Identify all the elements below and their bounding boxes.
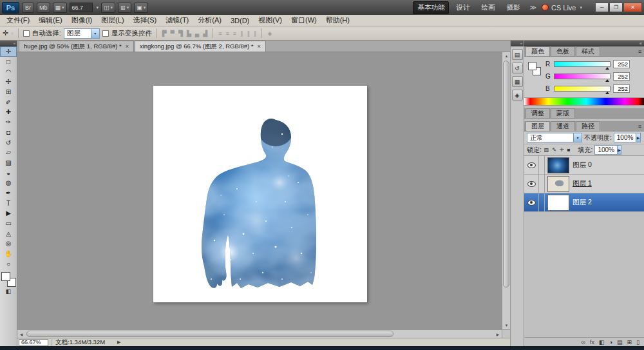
launch-bridge-button[interactable]: Br: [22, 3, 34, 13]
show-transform-checkbox[interactable]: [102, 30, 109, 37]
path-selection-tool-button[interactable]: ▶: [0, 208, 17, 219]
tab-adjustments[interactable]: 调整: [526, 108, 550, 118]
distribute-center-icon[interactable]: ∥: [246, 30, 251, 37]
align-top-edges-icon[interactable]: ▛: [162, 30, 167, 37]
layer-thumbnail[interactable]: [547, 176, 569, 192]
distribute-left-icon[interactable]: ∥: [240, 30, 244, 37]
tab-paths[interactable]: 路径: [576, 121, 600, 131]
layer-thumbnail[interactable]: [547, 195, 569, 211]
red-slider[interactable]: [554, 61, 611, 67]
close-icon[interactable]: ×: [126, 43, 129, 50]
3d-rotate-tool-button[interactable]: ◬: [0, 228, 17, 238]
slider-thumb[interactable]: [605, 79, 609, 82]
layer-visibility-icon[interactable]: [527, 162, 536, 168]
toolbar-collapse-header[interactable]: «: [0, 41, 17, 46]
menu-layer[interactable]: 图层(L): [97, 15, 128, 26]
slider-thumb[interactable]: [605, 92, 609, 94]
zoom-tool-button[interactable]: ○: [0, 258, 17, 269]
link-layers-icon[interactable]: ∞: [582, 339, 585, 345]
dodge-tool-button[interactable]: ◍: [0, 178, 17, 188]
history-panel-icon[interactable]: ▤: [512, 49, 523, 60]
lock-pixels-icon[interactable]: ✎: [551, 147, 557, 153]
horizontal-scrollbar[interactable]: ◀ ▶: [17, 329, 502, 338]
lock-all-icon[interactable]: ■: [567, 147, 571, 153]
slider-thumb[interactable]: [605, 67, 609, 70]
clone-stamp-tool-button[interactable]: ◘: [0, 128, 17, 138]
horizontal-scrollbar-thumb[interactable]: [26, 331, 393, 337]
layer-name[interactable]: 图层 0: [573, 160, 592, 170]
align-vertical-centers-icon[interactable]: ▀: [170, 30, 175, 37]
quick-selection-tool-button[interactable]: ✢: [0, 77, 17, 87]
actions-panel-icon[interactable]: ↺: [512, 63, 523, 73]
visibility-cell[interactable]: [524, 193, 539, 211]
workspace-overflow-icon[interactable]: ≫: [527, 4, 538, 11]
distribute-top-icon[interactable]: ≡: [218, 30, 222, 37]
layer-name[interactable]: 图层 1: [573, 179, 592, 188]
lock-transparency-icon[interactable]: ▨: [544, 147, 550, 153]
fill-field[interactable]: 100% ▶: [594, 145, 621, 155]
minimize-button[interactable]: ─: [595, 3, 609, 12]
workspace-button-design[interactable]: 设计: [451, 1, 474, 14]
workspace-button-essentials[interactable]: 基本功能: [413, 1, 449, 14]
blue-value-field[interactable]: 252: [613, 84, 630, 93]
opacity-field[interactable]: 100% ▶: [614, 133, 641, 142]
foreground-color-swatch[interactable]: [1, 272, 10, 281]
menu-image[interactable]: 图像(I): [67, 15, 97, 26]
rectangular-marquee-tool-button[interactable]: □: [0, 57, 17, 67]
workspace-button-painting[interactable]: 绘画: [477, 1, 499, 14]
layer-row-1[interactable]: 图层 1: [524, 175, 644, 193]
align-left-edges-icon[interactable]: ▙: [186, 30, 192, 37]
foreground-color-swatch[interactable]: [528, 62, 536, 70]
align-bottom-edges-icon[interactable]: ▜: [178, 30, 184, 37]
chevron-down-icon[interactable]: ▾: [97, 5, 99, 10]
menu-help[interactable]: 帮助(H): [321, 15, 354, 26]
menu-select[interactable]: 选择(S): [129, 15, 162, 26]
green-value-field[interactable]: 252: [613, 72, 630, 81]
launch-minibridge-button[interactable]: Mb: [37, 3, 50, 13]
tab-swatches[interactable]: 色板: [551, 46, 575, 56]
auto-select-checkbox[interactable]: [23, 30, 30, 37]
hand-tool-button[interactable]: ✋: [0, 249, 17, 259]
pen-tool-button[interactable]: ✒: [0, 188, 17, 199]
distribute-right-icon[interactable]: ∥: [253, 30, 258, 37]
view-extras-button[interactable]: ◫ ▾: [101, 3, 115, 13]
vertical-scrollbar[interactable]: ▲ ▼: [502, 52, 510, 329]
close-icon[interactable]: ×: [257, 43, 260, 50]
color-spectrum-ramp[interactable]: [524, 98, 644, 106]
panel-menu-icon[interactable]: ≡: [638, 48, 641, 55]
lock-position-icon[interactable]: ✛: [559, 147, 565, 153]
lasso-tool-button[interactable]: ◠: [0, 66, 17, 77]
dock-collapse-header[interactable]: «: [511, 41, 524, 46]
tool-preset-picker[interactable]: ✛ ▾: [3, 29, 14, 37]
distribute-vertical-icon[interactable]: ≡: [225, 30, 229, 37]
align-right-edges-icon[interactable]: ▟: [202, 30, 208, 37]
tab-layers[interactable]: 图层: [526, 121, 550, 131]
zoom-level-field[interactable]: 66.7: [70, 3, 93, 12]
cs-live-button[interactable]: CS Live ▾: [542, 4, 582, 12]
menu-filter[interactable]: 滤镜(T): [161, 15, 193, 26]
eyedropper-tool-button[interactable]: ✐: [0, 97, 17, 107]
3d-camera-tool-button[interactable]: ◎: [0, 238, 17, 249]
character-panel-icon[interactable]: ◈: [512, 90, 523, 101]
close-button[interactable]: ✕: [623, 3, 642, 12]
zoom-tools-button[interactable]: ⊞ ▾: [118, 3, 131, 13]
type-tool-button[interactable]: T: [0, 198, 17, 208]
move-tool-button[interactable]: ✛: [0, 46, 17, 57]
status-expand-icon[interactable]: ▶: [117, 340, 120, 345]
shape-tool-button[interactable]: ▭: [0, 219, 17, 229]
visibility-cell[interactable]: [524, 175, 539, 193]
status-zoom-field[interactable]: 66.67%: [19, 339, 48, 346]
brush-tool-button[interactable]: ✑: [0, 117, 17, 128]
panels-collapse-header[interactable]: «: [524, 41, 644, 46]
document-canvas[interactable]: [153, 86, 367, 302]
history-brush-tool-button[interactable]: ↺: [0, 137, 17, 148]
blend-mode-select[interactable]: 正常 ▾: [527, 133, 582, 142]
visibility-cell[interactable]: [524, 156, 539, 174]
red-value-field[interactable]: 252: [613, 60, 630, 68]
menu-window[interactable]: 窗口(W): [287, 15, 321, 26]
tab-masks[interactable]: 蒙版: [551, 108, 575, 118]
layer-visibility-icon[interactable]: [527, 181, 536, 187]
delete-layer-icon[interactable]: ▯: [636, 339, 639, 345]
spot-healing-tool-button[interactable]: ✚: [0, 107, 17, 117]
layer-visibility-icon[interactable]: [527, 200, 536, 206]
